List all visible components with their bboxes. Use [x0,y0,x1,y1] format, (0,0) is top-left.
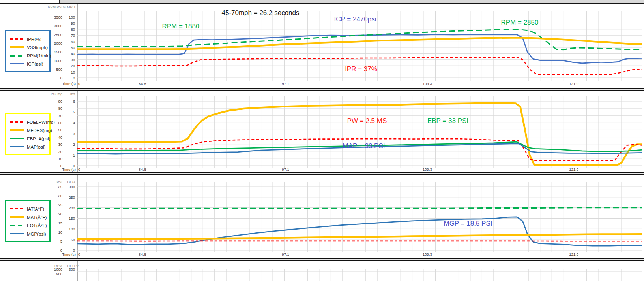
legend-line-swatch [10,129,24,131]
legend-label: MFDES(mg) [27,128,52,133]
legend-line-swatch [10,138,24,139]
panel-splitter-1[interactable] [0,88,644,91]
x-tick: 121.9 [567,81,580,86]
plot-area[interactable]: RPM = 1880ICP = 2470psiRPM = 2850IPR = 3… [77,11,642,81]
legend-line-swatch [10,146,24,147]
panel-splitter-3[interactable] [0,258,644,261]
legend-item[interactable]: ICP(psi) [10,60,46,68]
legend-item[interactable]: FUELPW(ms) [10,118,46,126]
chart-annotation: PW = 2.5 MS [347,117,387,124]
x-tick: 121.9 [567,167,580,172]
y-tick-right: 100 [0,15,75,19]
y-tick-right: 250 [0,195,75,200]
chart-panel-partial: RPMDEGV1000900300 [0,261,644,281]
series-mfdes-mg- [77,103,642,166]
unit-header-clipped: V [76,264,79,268]
plot-area[interactable]: MGP = 18.5 PSI [77,182,642,252]
legend-label: IPR(%) [27,37,41,41]
time-axis-title: Time (s) [0,81,76,86]
legend-line-swatch [10,121,24,123]
legend-line-swatch [10,225,24,226]
legend-box[interactable]: IPR(%)VSS(mph)RPM(1/min)ICP(psi) [5,30,51,72]
datalogger-window: 45-70mph = 26.2 seconds RPM = 1880ICP = … [0,0,644,281]
unit-header-right: ms [0,92,75,96]
legend-label: IAT(Â°F) [27,207,44,211]
chart-annotation: MGP = 18.5 PSI [444,220,492,227]
chart-panel-speed-rpm-icp: 45-70mph = 26.2 seconds RPM = 1880ICP = … [0,4,644,88]
legend-item[interactable]: MAT(Â°F) [10,213,46,221]
legend-item[interactable]: MAP(psi) [10,143,46,151]
legend-item[interactable]: EBP_A(psi) [10,134,46,143]
legend-item[interactable]: EOT(Â°F) [10,221,46,230]
series-mat-f- [77,234,642,239]
time-axis-title: Time (s) [0,252,76,256]
legend-line-swatch [10,55,24,57]
legend-line-swatch [10,208,24,209]
legend-line-swatch [10,38,24,40]
x-tick: 97.1 [279,252,292,256]
legend-label: MAT(Â°F) [27,215,47,220]
x-tick: 84.8 [136,81,149,86]
legend-label: ICP(psi) [27,62,43,66]
chart-panel-fuel-map-ebp: PW = 2.5 MSEBP = 33 PSIMAP = 33 PSI PSI … [0,91,644,172]
plot-area[interactable]: PW = 2.5 MSEBP = 33 PSIMAP = 33 PSI [77,96,642,168]
time-axis-origin: 0 [78,167,81,172]
legend-line-swatch [10,46,24,48]
x-tick: 109.3 [421,252,434,256]
unit-header-right: DEG [0,180,75,184]
chart-annotation: RPM = 1880 [162,23,200,30]
legend-box[interactable]: IAT(Â°F)MAT(Â°F)EOT(Â°F)MGP(psi) [5,200,51,242]
y-tick-right: 300 [0,267,75,272]
chart-annotation: MAP = 33 PSI [343,142,385,150]
chart-annotation: IPR = 37% [345,65,377,73]
legend-item[interactable]: RPM(1/min) [10,51,46,60]
x-tick: 84.8 [136,252,149,256]
time-axis-origin: 0 [78,81,81,86]
time-axis-origin: 0 [78,252,81,256]
legend-box[interactable]: FUELPW(ms)MFDES(mg)EBP_A(psi)MAP(psi) [5,113,51,155]
top-splitter-bar[interactable] [0,0,644,4]
panel-splitter-2[interactable] [0,172,644,175]
legend-item[interactable]: IAT(Â°F) [10,205,46,213]
unit-header-right: % MPH [0,5,75,9]
x-tick: 109.3 [421,81,434,86]
x-tick: 121.9 [567,252,580,256]
legend-label: VSS(mph) [27,45,48,50]
legend-item[interactable]: VSS(mph) [10,43,46,51]
chart-annotation: EBP = 33 PSI [427,117,468,124]
y-tick-right: 6 [0,99,75,104]
legend-item[interactable]: IPR(%) [10,35,46,43]
top-splitter-handle[interactable] [0,0,60,3]
chart-annotation: RPM = 2850 [501,19,539,26]
plot-area[interactable] [77,269,642,281]
run-time-annotation: 45-70mph = 26.2 seconds [185,9,335,17]
legend-label: MGP(psi) [27,232,46,236]
y-tick-right: 300 [0,185,75,189]
chart-panel-temps-mgp: MGP = 18.5 PSI PSIDEG3530252015105030025… [0,175,644,258]
legend-label: FUELPW(ms) [27,120,55,124]
legend-label: EBP_A(psi) [27,136,50,141]
x-tick: 97.1 [279,167,292,172]
y-tick-left: 900 [0,272,62,276]
legend-line-swatch [10,233,24,234]
legend-item[interactable]: MFDES(mg) [10,126,46,134]
legend-label: EOT(Â°F) [27,223,47,228]
x-tick: 97.1 [279,81,292,86]
legend-label: RPM(1/min) [27,53,51,58]
y-tick-right: 90 [0,21,75,25]
time-axis-title: Time (s) [0,167,76,172]
legend-label: MAP(psi) [27,145,45,149]
legend-line-swatch [10,216,24,218]
x-tick: 109.3 [421,167,434,172]
legend-line-swatch [10,63,24,64]
y-tick-right: 0 [0,76,75,80]
x-tick: 84.8 [136,167,149,172]
chart-annotation: ICP = 2470psi [334,15,376,23]
legend-item[interactable]: MGP(psi) [10,230,46,238]
